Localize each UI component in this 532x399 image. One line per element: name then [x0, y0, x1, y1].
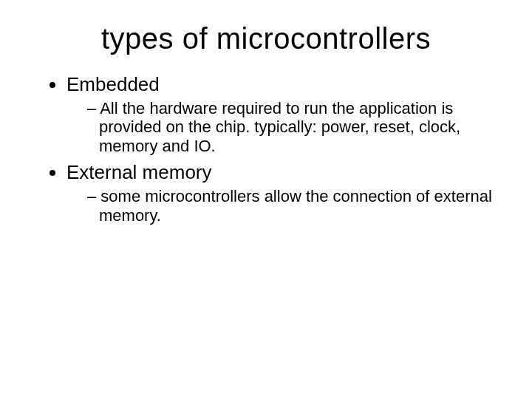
slide-title: types of microcontrollers — [37, 22, 495, 55]
slide: types of microcontrollers Embedded All t… — [0, 0, 532, 399]
bullet-label: External memory — [66, 161, 212, 183]
bullet-label: Embedded — [66, 73, 160, 95]
list-item: Embedded All the hardware required to ru… — [66, 73, 495, 155]
sub-list: All the hardware required to run the app… — [66, 99, 495, 155]
sub-list-item: some microcontrollers allow the connecti… — [87, 187, 495, 225]
list-item: External memory some microcontrollers al… — [66, 161, 495, 225]
sub-list: some microcontrollers allow the connecti… — [66, 187, 495, 225]
bullet-list: Embedded All the hardware required to ru… — [37, 73, 495, 225]
sub-list-item: All the hardware required to run the app… — [87, 99, 495, 155]
